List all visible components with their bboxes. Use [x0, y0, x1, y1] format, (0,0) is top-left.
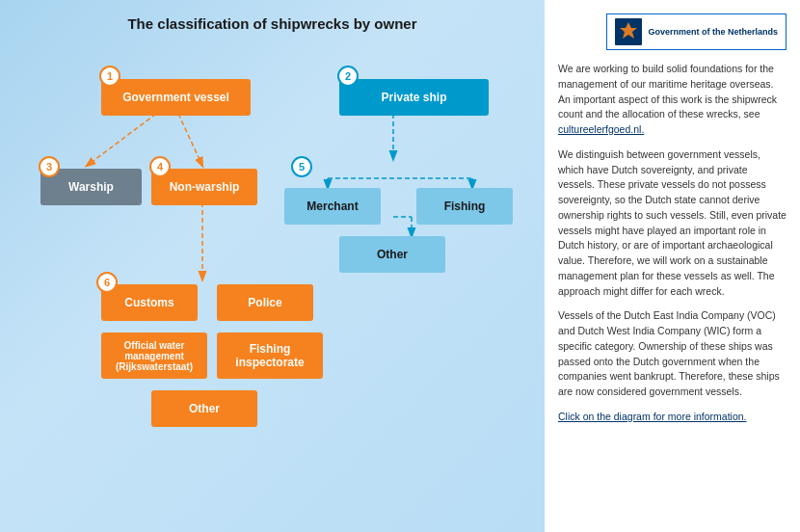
netherlands-emblem — [615, 18, 642, 45]
circle-6: 6 — [96, 272, 118, 293]
circle-5: 5 — [291, 156, 312, 177]
diagram-area: The classification of shipwrecks by owne… — [0, 0, 545, 532]
circle-4: 4 — [149, 156, 171, 177]
node-official-water[interactable]: Official water management (Rijkswatersta… — [101, 332, 207, 379]
logo-box: Government of the Netherlands — [606, 13, 787, 50]
svg-line-0 — [87, 114, 156, 166]
svg-line-1 — [178, 114, 202, 166]
node-merchant[interactable]: Merchant — [284, 188, 381, 225]
click-link[interactable]: Click on the diagram for more informatio… — [558, 411, 747, 422]
node-government-vessel[interactable]: Government vessel — [101, 79, 251, 116]
node-police[interactable]: Police — [217, 284, 313, 321]
logo-text: Government of the Netherlands — [648, 27, 778, 38]
node-other-bottom[interactable]: Other — [151, 390, 257, 427]
sidebar-paragraph3: Vessels of the Dutch East India Company … — [558, 308, 787, 400]
sidebar-paragraph2: We distinguish between government vessel… — [558, 147, 787, 300]
sidebar-link1[interactable]: cultureelerfgoed.nl. — [558, 123, 644, 135]
node-fishing[interactable]: Fishing — [416, 188, 513, 225]
node-fishing-inspectorate[interactable]: Fishing inspectorate — [217, 332, 323, 379]
circle-1: 1 — [99, 66, 120, 87]
logo-area: Government of the Netherlands — [558, 13, 787, 50]
circle-2: 2 — [337, 66, 359, 87]
circle-3: 3 — [39, 156, 60, 177]
node-customs[interactable]: Customs — [101, 284, 198, 321]
sidebar-paragraph1: We are working to build solid foundation… — [558, 62, 787, 138]
sidebar: Government of the Netherlands We are wor… — [545, 0, 800, 532]
node-other-top[interactable]: Other — [339, 236, 445, 273]
node-private-ship[interactable]: Private ship — [339, 79, 489, 116]
diagram-title: The classification of shipwrecks by owne… — [10, 10, 535, 38]
